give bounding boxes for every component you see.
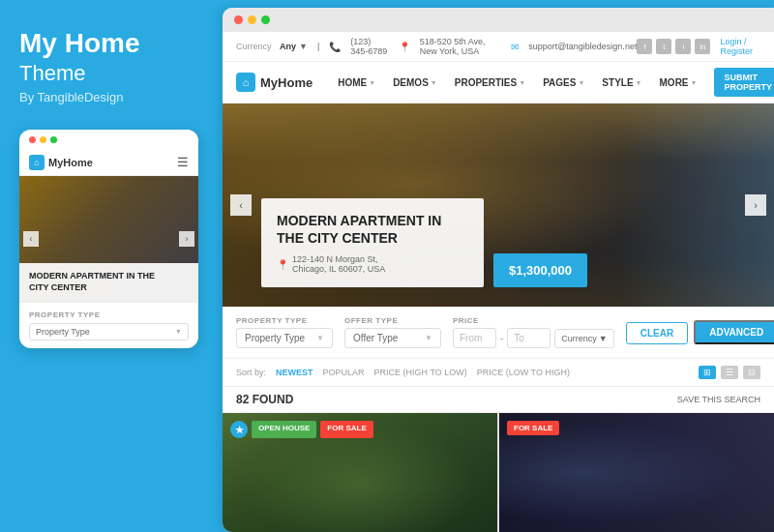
address: 518-520 5th Ave, New York, USA [420, 37, 501, 56]
nav-properties-arrow-icon: ▼ [519, 79, 525, 86]
nav-style-arrow-icon: ▼ [636, 79, 642, 86]
currency-select[interactable]: Currency Any ▼ [236, 42, 308, 51]
hero-next-arrow[interactable]: › [745, 194, 766, 216]
save-search-link[interactable]: SAVE THIS SEARCH [677, 395, 760, 404]
nav-item-home[interactable]: HOME ▼ [338, 77, 375, 88]
phone-number: (123) 345-6789 [350, 37, 388, 56]
offer-type-value: Offer Type [353, 333, 398, 343]
top-bar: Currency Any ▼ | 📞 (123) 345-6789 📍 518-… [223, 32, 774, 62]
price-currency-button[interactable]: Currency ▼ [554, 329, 613, 348]
social-icons: f t i in [637, 39, 710, 54]
login-link[interactable]: Login / Register [720, 37, 760, 56]
property-cards: ★ OPEN HOUSE FOR SALE FOR SALE [223, 413, 774, 532]
price-from-input[interactable]: From [453, 328, 496, 348]
mobile-hamburger-icon[interactable]: ☰ [177, 155, 189, 169]
hero-property-title: MODERN APARTMENT IN THE CITY CENTER [277, 212, 468, 247]
right-panel: Currency Any ▼ | 📞 (123) 345-6789 📍 518-… [223, 8, 774, 532]
app-title: My Home [19, 29, 203, 59]
offer-type-field: OFFER TYPE Offer Type ▼ [344, 316, 441, 348]
hero-address-line1: 122-140 N Morgan St, [292, 254, 378, 264]
hero-property-price[interactable]: $1,300,000 [493, 253, 587, 287]
mobile-logo-text: MyHome [48, 157, 93, 168]
view-icons: ⊞ ☰ ⊟ [699, 366, 760, 379]
nav-properties-label: PROPERTIES [455, 77, 517, 88]
offer-type-select[interactable]: Offer Type ▼ [344, 328, 441, 348]
property-card-1[interactable]: ★ OPEN HOUSE FOR SALE [223, 413, 497, 532]
map-pin-icon: 📍 [277, 259, 288, 270]
advanced-button[interactable]: ADVANCED [694, 320, 774, 344]
mobile-next-arrow[interactable]: › [179, 231, 194, 247]
mobile-dot-yellow [40, 136, 46, 143]
grid-view-icon[interactable]: ⊞ [699, 366, 716, 379]
by-line: By TangibleDesign [19, 90, 203, 104]
nav-pages-label: PAGES [543, 77, 576, 88]
mobile-hero: ‹ › MODERN APARTMENT IN THECITY CENTER [19, 176, 198, 302]
offer-type-label: OFFER TYPE [344, 316, 441, 325]
nav-item-properties[interactable]: PROPERTIES ▼ [455, 77, 525, 88]
linkedin-icon[interactable]: in [695, 39, 710, 54]
hero-property-card: MODERN APARTMENT IN THE CITY CENTER 📍 12… [261, 198, 484, 287]
mobile-select-value: Property Type [36, 327, 90, 337]
clear-button[interactable]: CLEAR [626, 322, 688, 344]
mobile-property-type-select[interactable]: Property Type ▼ [29, 323, 189, 340]
price-to-input[interactable]: To [507, 328, 551, 348]
facebook-icon[interactable]: f [637, 39, 652, 54]
nav-style-label: STYLE [602, 77, 633, 88]
top-bar-divider: | [317, 42, 319, 51]
property-card-2[interactable]: FOR SALE [499, 413, 774, 532]
offer-type-arrow-icon: ▼ [425, 334, 432, 342]
instagram-icon[interactable]: i [675, 39, 691, 54]
property-card-1-badges: ★ OPEN HOUSE FOR SALE [230, 421, 373, 438]
nav-item-demos[interactable]: DEMOS ▼ [393, 77, 437, 88]
list-view-icon[interactable]: ☰ [721, 366, 738, 379]
property-card-2-badges: FOR SALE [507, 421, 559, 435]
mobile-preview: MyHome ☰ ‹ › MODERN APARTMENT IN THECITY… [19, 130, 198, 348]
hero-address-line2: Chicago, IL 60607, USA [292, 264, 385, 274]
property-type-select[interactable]: Property Type ▼ [236, 328, 333, 348]
results-bar: Sort by: NEWEST POPULAR PRICE (HIGH TO L… [223, 359, 774, 387]
nav-item-style[interactable]: STYLE ▼ [602, 77, 641, 88]
sort-price-high[interactable]: PRICE (HIGH TO LOW) [374, 368, 467, 377]
property-type-arrow-icon: ▼ [316, 334, 324, 342]
nav-pages-arrow-icon: ▼ [578, 79, 584, 86]
browser-dot-red [234, 15, 243, 24]
email: support@tangibledesign.net [528, 42, 637, 51]
sort-price-low[interactable]: PRICE (LOW TO HIGH) [477, 368, 570, 377]
currency-arrow-icon: ▼ [299, 42, 308, 51]
property-type-field: PROPERTY TYPE Property Type ▼ [236, 316, 333, 348]
email-icon: ✉ [511, 42, 519, 52]
currency-label: Currency [236, 42, 272, 51]
nav-logo-text: MyHome [260, 75, 313, 90]
currency-btn-arrow-icon: ▼ [599, 334, 608, 343]
mobile-select-arrow-icon: ▼ [175, 328, 182, 335]
app-subtitle: Theme [19, 61, 203, 86]
twitter-icon[interactable]: t [656, 39, 671, 54]
hero-property-address: 📍 122-140 N Morgan St, Chicago, IL 60607… [277, 254, 468, 274]
search-buttons: CLEAR ADVANCED [626, 320, 774, 344]
left-panel: My Home Theme By TangibleDesign MyHome ☰… [0, 0, 223, 532]
nav-demos-label: DEMOS [393, 77, 429, 88]
for-sale-badge: FOR SALE [320, 421, 372, 438]
price-label: PRICE [453, 316, 614, 325]
sort-popular[interactable]: POPULAR [323, 368, 365, 377]
hero-prev-arrow[interactable]: ‹ [230, 194, 252, 216]
nav-logo-icon: ⌂ [236, 73, 255, 92]
map-view-icon[interactable]: ⊟ [743, 366, 760, 379]
nav-item-more[interactable]: MORE ▼ [660, 77, 698, 88]
nav-more-label: MORE [660, 77, 689, 88]
nav-logo: ⌂ MyHome [236, 73, 313, 92]
mobile-dot-green [50, 136, 57, 143]
mobile-window-dots [19, 130, 198, 150]
mobile-prev-arrow[interactable]: ‹ [23, 231, 39, 247]
property-type-value: Property Type [245, 333, 305, 343]
price-inputs: From - To Currency ▼ [453, 328, 614, 348]
mobile-hero-overlay: MODERN APARTMENT IN THECITY CENTER [19, 263, 198, 301]
sort-label: Sort by: [236, 368, 266, 377]
currency-value: Any [280, 42, 296, 51]
sort-newest[interactable]: NEWEST [276, 368, 313, 377]
currency-btn-label: Currency [561, 334, 597, 343]
nav-item-pages[interactable]: PAGES ▼ [543, 77, 584, 88]
submit-property-button[interactable]: SUBMIT PROPERTY + [714, 68, 774, 97]
mobile-dot-red [29, 136, 36, 143]
top-bar-left: Currency Any ▼ | 📞 (123) 345-6789 📍 518-… [236, 37, 637, 56]
